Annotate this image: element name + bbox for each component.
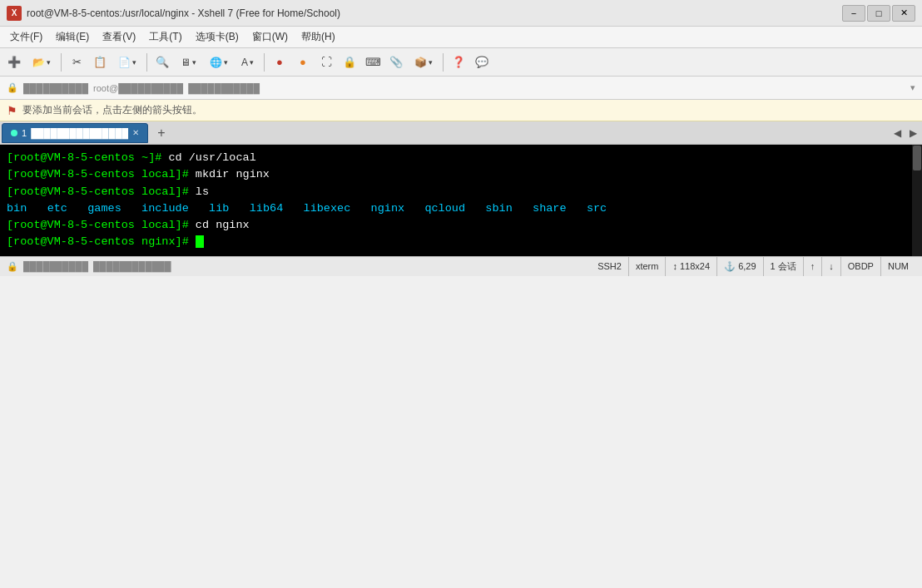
tab-nav-left[interactable]: ◀ (890, 127, 905, 139)
menu-window[interactable]: 窗口(W) (247, 28, 293, 46)
status-position: ⚓ 6,29 (716, 256, 762, 276)
tab-close-icon[interactable]: ✕ (132, 128, 139, 137)
status-obdp: OBDP (840, 256, 880, 276)
tb-open[interactable]: 📂▾ (27, 52, 57, 73)
address-lock-icon: 🔒 (7, 82, 18, 93)
ls-sbin: sbin (485, 202, 512, 215)
tb-font[interactable]: A▾ (235, 52, 260, 73)
menu-tools[interactable]: 工具(T) (144, 28, 186, 46)
terminal-line-4: bin etc games include lib lib64 libexec … (7, 200, 905, 217)
cmd-2: mkdir nginx (196, 168, 270, 180)
cmd-5: cd nginx (196, 219, 250, 231)
info-bar: ⚑ 要添加当前会话，点击左侧的箭头按钮。 (0, 100, 922, 121)
minimize-button[interactable]: − (842, 5, 865, 22)
menu-bar: 文件(F) 编辑(E) 查看(V) 工具(T) 选项卡(B) 窗口(W) 帮助(… (0, 27, 922, 48)
ls-qcloud: qcloud (424, 202, 465, 215)
ls-lib64: lib64 (250, 202, 284, 215)
info-message: 要添加当前会话，点击左侧的箭头按钮。 (22, 103, 202, 117)
ls-games: games (87, 202, 121, 215)
close-button[interactable]: ✕ (892, 5, 915, 22)
menu-tabs[interactable]: 选项卡(B) (191, 28, 244, 46)
title-bar: X root@VM-8-5-centos:/usr/local/nginx - … (0, 0, 922, 27)
new-tab-button[interactable]: + (151, 123, 171, 143)
terminal-cursor (196, 235, 204, 248)
status-bar: 🔒 ██████████ ████████████ SSH2 xterm ↕ 1… (0, 256, 922, 276)
tab-status-dot (11, 130, 17, 136)
terminal-line-1: [root@VM-8-5-centos ~]# cd /usr/local (7, 150, 905, 166)
ls-libexec: libexec (304, 202, 351, 215)
terminal-line-3: [root@VM-8-5-centos local]# ls (7, 184, 905, 200)
window-controls: − □ ✕ (842, 5, 915, 22)
status-lock-icon: 🔒 (7, 261, 18, 272)
tab-navigation: ◀ ▶ (890, 127, 920, 139)
status-dimensions: ↕ 118x24 (665, 256, 716, 276)
cmd-1: cd /usr/local (168, 151, 255, 164)
ls-src: src (587, 202, 607, 215)
menu-view[interactable]: 查看(V) (97, 28, 141, 46)
tb-keyboard[interactable]: ⌨ (362, 52, 384, 73)
window-title: root@VM-8-5-centos:/usr/local/nginx - Xs… (27, 7, 340, 19)
tab-index: 1 (22, 128, 27, 138)
tb-chat[interactable]: 💬 (471, 52, 493, 73)
status-sessions: 1 会话 (763, 256, 803, 276)
status-down-button[interactable]: ↓ (821, 256, 840, 276)
tab-bar: 1 ███████████████ ✕ + ◀ ▶ (0, 121, 922, 145)
status-term-type: xterm (628, 256, 666, 276)
tb-orange[interactable]: ● (292, 52, 314, 73)
app-icon: X (7, 6, 22, 21)
ls-include: include (141, 202, 189, 215)
tb-terminal[interactable]: 🖥▾ (175, 52, 202, 73)
prompt-6: [root@VM-8-5-centos nginx]# (7, 235, 196, 248)
tb-new[interactable]: ➕ (3, 52, 25, 73)
cmd-3: ls (196, 185, 209, 198)
prompt-3: [root@VM-8-5-centos local]# (7, 185, 196, 198)
tab-label: ███████████████ (31, 128, 128, 138)
tb-red[interactable]: ● (269, 52, 290, 73)
tab-nav-right[interactable]: ▶ (906, 127, 920, 139)
status-protocol: SSH2 (591, 256, 628, 276)
terminal[interactable]: [root@VM-8-5-centos ~]# cd /usr/local [r… (0, 145, 912, 256)
info-flag-icon: ⚑ (7, 104, 17, 117)
tb-network[interactable]: 🌐▾ (204, 52, 234, 73)
tb-attach[interactable]: 📎 (385, 52, 407, 73)
title-bar-left: X root@VM-8-5-centos:/usr/local/nginx - … (7, 6, 340, 21)
tb-lock[interactable]: 🔒 (339, 52, 360, 73)
terminal-line-5: [root@VM-8-5-centos local]# cd nginx (7, 217, 905, 234)
prompt-2: [root@VM-8-5-centos local]# (7, 168, 196, 180)
tb-copy[interactable]: 📋 (89, 52, 111, 73)
status-session-info: ██████████ ████████████ (23, 261, 171, 271)
tb-cut[interactable]: ✂ (66, 52, 87, 73)
ls-lib: lib (209, 202, 229, 215)
prompt-1: [root@VM-8-5-centos ~]# (7, 151, 168, 164)
status-up-button[interactable]: ↑ (803, 256, 822, 276)
maximize-button[interactable]: □ (867, 5, 890, 22)
menu-edit[interactable]: 编辑(E) (51, 28, 94, 46)
tb-package[interactable]: 📦▾ (409, 52, 439, 73)
address-text: ██████████ root@██████████ ███████████ (23, 83, 905, 93)
address-dropdown-icon[interactable]: ▾ (910, 82, 915, 93)
address-bar: 🔒 ██████████ root@██████████ ███████████… (0, 77, 922, 100)
session-tab-1[interactable]: 1 ███████████████ ✕ (2, 123, 148, 143)
terminal-area: [root@VM-8-5-centos ~]# cd /usr/local [r… (0, 145, 922, 256)
ls-etc: etc (47, 202, 67, 215)
terminal-line-6: [root@VM-8-5-centos nginx]# (7, 234, 905, 250)
terminal-scrollbar[interactable] (912, 145, 922, 256)
tb-find[interactable]: 🔍 (151, 52, 173, 73)
menu-help[interactable]: 帮助(H) (296, 28, 340, 46)
tb-paste[interactable]: 📄▾ (112, 52, 142, 73)
terminal-line-2: [root@VM-8-5-centos local]# mkdir nginx (7, 166, 905, 183)
ls-nginx: nginx (371, 202, 405, 215)
toolbar: ➕ 📂▾ ✂ 📋 📄▾ 🔍 🖥▾ 🌐▾ A▾ ● ● ⛶ 🔒 ⌨ 📎 📦▾ ❓ … (0, 48, 922, 77)
status-left: 🔒 ██████████ ████████████ (7, 261, 591, 272)
tb-fullscreen[interactable]: ⛶ (315, 52, 337, 73)
status-num: NUM (880, 256, 915, 276)
prompt-5: [root@VM-8-5-centos local]# (7, 219, 196, 231)
ls-bin: bin (7, 202, 27, 215)
menu-file[interactable]: 文件(F) (5, 28, 47, 46)
tb-help[interactable]: ❓ (448, 52, 469, 73)
ls-share: share (533, 202, 567, 215)
status-right: SSH2 xterm ↕ 118x24 ⚓ 6,29 1 会话 ↑ ↓ OBDP… (591, 256, 915, 276)
scrollbar-thumb[interactable] (913, 146, 921, 170)
